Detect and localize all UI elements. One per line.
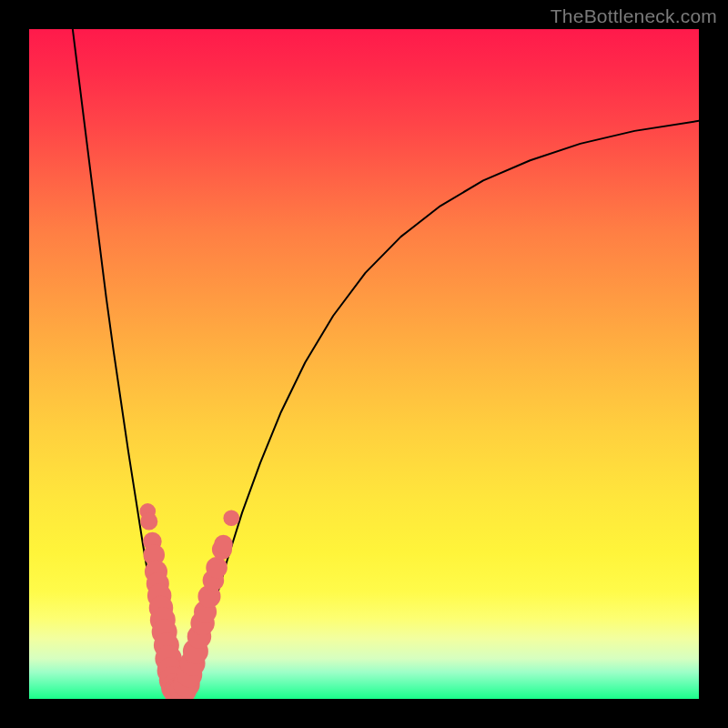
scatter-dot [140,512,157,530]
scatter-dot [223,510,239,526]
scatter-dot [206,557,228,579]
scatter-dot [214,535,233,554]
scatter-dots [139,503,239,699]
chart-frame: TheBottleneck.com [0,0,728,728]
watermark-text: TheBottleneck.com [551,5,717,27]
plot-area [29,29,699,699]
chart-svg [29,29,699,699]
